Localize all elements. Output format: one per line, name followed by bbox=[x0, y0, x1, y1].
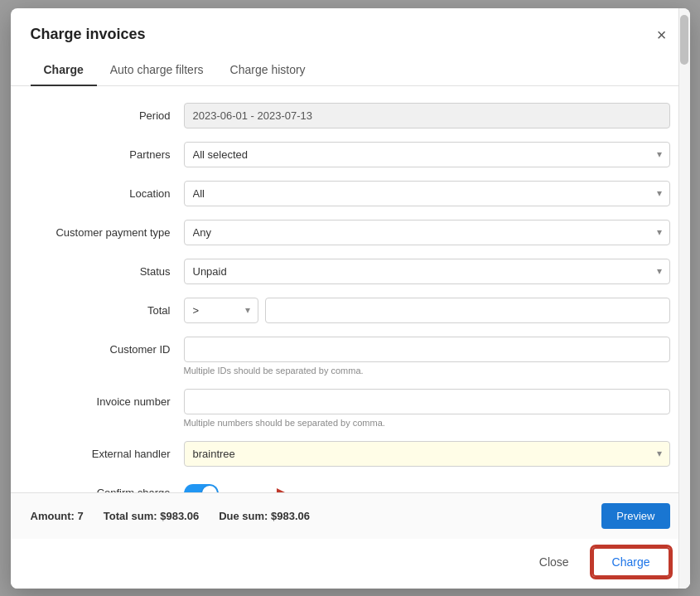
location-select[interactable]: All Specific location bbox=[184, 181, 670, 206]
customer-id-hint: Multiple IDs should be separated by comm… bbox=[184, 366, 670, 376]
scrollbar-thumb[interactable] bbox=[680, 15, 688, 65]
charge-button[interactable]: Charge bbox=[592, 547, 670, 577]
customer-payment-type-select[interactable]: Any Credit card ACH bbox=[184, 220, 670, 245]
status-control: Unpaid Paid All ▾ bbox=[184, 259, 670, 284]
amount-stat: Amount: 7 bbox=[31, 510, 84, 522]
external-handler-select[interactable]: braintree stripe paypal bbox=[184, 441, 670, 467]
customer-id-label: Customer ID bbox=[31, 337, 184, 356]
due-sum-stat: Due sum: $983.06 bbox=[219, 510, 310, 522]
close-button[interactable]: Close bbox=[526, 549, 582, 575]
total-value-input[interactable] bbox=[265, 298, 670, 323]
modal-bottom-bar: Close Charge bbox=[11, 539, 690, 589]
scrollbar[interactable] bbox=[678, 8, 690, 589]
total-inputs: > < = >= <= ▾ bbox=[184, 298, 670, 323]
tabs-bar: Charge Auto charge filters Charge histor… bbox=[11, 55, 690, 86]
modal-body: Period Partners All selected Specific pa… bbox=[11, 86, 690, 492]
toggle-slider bbox=[184, 484, 219, 492]
partners-select[interactable]: All selected Specific partners bbox=[184, 142, 670, 167]
total-operator-wrapper: > < = >= <= ▾ bbox=[184, 298, 258, 323]
location-label: Location bbox=[31, 181, 184, 200]
modal-title: Charge invoices bbox=[31, 26, 146, 43]
tab-auto-charge-filters[interactable]: Auto charge filters bbox=[97, 55, 217, 86]
total-control: > < = >= <= ▾ bbox=[184, 298, 670, 323]
modal-header: Charge invoices × bbox=[11, 8, 690, 55]
location-control: All Specific location ▾ bbox=[184, 181, 670, 206]
period-label: Period bbox=[31, 103, 184, 122]
partners-control: All selected Specific partners ▾ bbox=[184, 142, 670, 167]
external-handler-select-wrapper: braintree stripe paypal ▾ bbox=[184, 441, 670, 467]
partners-label: Partners bbox=[31, 142, 184, 161]
customer-payment-type-select-wrapper: Any Credit card ACH ▾ bbox=[184, 220, 670, 245]
total-label: Total bbox=[31, 298, 184, 317]
preview-button[interactable]: Preview bbox=[601, 503, 669, 529]
partners-row: Partners All selected Specific partners … bbox=[31, 142, 670, 167]
status-row: Status Unpaid Paid All ▾ bbox=[31, 259, 670, 284]
total-sum-stat: Total sum: $983.06 bbox=[104, 510, 199, 522]
confirm-charge-control bbox=[184, 480, 670, 492]
invoice-number-row: Invoice number Multiple numbers should b… bbox=[31, 389, 670, 428]
customer-id-control: Multiple IDs should be separated by comm… bbox=[184, 337, 670, 376]
confirm-charge-row: Confirm charge bbox=[31, 480, 670, 492]
customer-payment-type-label: Customer payment type bbox=[31, 220, 184, 239]
confirm-charge-toggle-area bbox=[184, 480, 670, 492]
footer-actions: Preview bbox=[601, 503, 669, 529]
invoice-number-input[interactable] bbox=[184, 389, 670, 414]
external-handler-row: External handler braintree stripe paypal… bbox=[31, 441, 670, 467]
status-label: Status bbox=[31, 259, 184, 278]
customer-id-row: Customer ID Multiple IDs should be separ… bbox=[31, 337, 670, 376]
arrow-indicator bbox=[232, 483, 298, 492]
period-input[interactable] bbox=[184, 103, 670, 128]
modal-footer: Amount: 7 Total sum: $983.06 Due sum: $9… bbox=[11, 492, 690, 539]
invoice-number-hint: Multiple numbers should be separated by … bbox=[184, 418, 670, 428]
external-handler-control: braintree stripe paypal ▾ bbox=[184, 441, 670, 467]
total-operator-select[interactable]: > < = >= <= bbox=[184, 298, 258, 323]
invoice-number-control: Multiple numbers should be separated by … bbox=[184, 389, 670, 428]
charge-invoices-modal: Charge invoices × Charge Auto charge fil… bbox=[11, 8, 690, 589]
modal-overlay: Charge invoices × Charge Auto charge fil… bbox=[0, 0, 700, 596]
partners-select-wrapper: All selected Specific partners ▾ bbox=[184, 142, 670, 167]
external-handler-label: External handler bbox=[31, 441, 184, 460]
customer-payment-type-control: Any Credit card ACH ▾ bbox=[184, 220, 670, 245]
customer-id-input[interactable] bbox=[184, 337, 670, 362]
invoice-number-label: Invoice number bbox=[31, 389, 184, 408]
total-row: Total > < = >= <= ▾ bbox=[31, 298, 670, 323]
location-select-wrapper: All Specific location ▾ bbox=[184, 181, 670, 206]
status-select-wrapper: Unpaid Paid All ▾ bbox=[184, 259, 670, 284]
period-control bbox=[184, 103, 670, 128]
arrow-icon bbox=[232, 483, 298, 492]
tab-charge-history[interactable]: Charge history bbox=[217, 55, 319, 86]
confirm-charge-toggle[interactable] bbox=[184, 484, 219, 492]
confirm-charge-label: Confirm charge bbox=[31, 480, 184, 492]
status-select[interactable]: Unpaid Paid All bbox=[184, 259, 670, 284]
period-row: Period bbox=[31, 103, 670, 128]
footer-stats: Amount: 7 Total sum: $983.06 Due sum: $9… bbox=[31, 510, 596, 522]
location-row: Location All Specific location ▾ bbox=[31, 181, 670, 206]
modal-close-button[interactable]: × bbox=[654, 23, 670, 46]
customer-payment-type-row: Customer payment type Any Credit card AC… bbox=[31, 220, 670, 245]
tab-charge[interactable]: Charge bbox=[31, 55, 97, 86]
